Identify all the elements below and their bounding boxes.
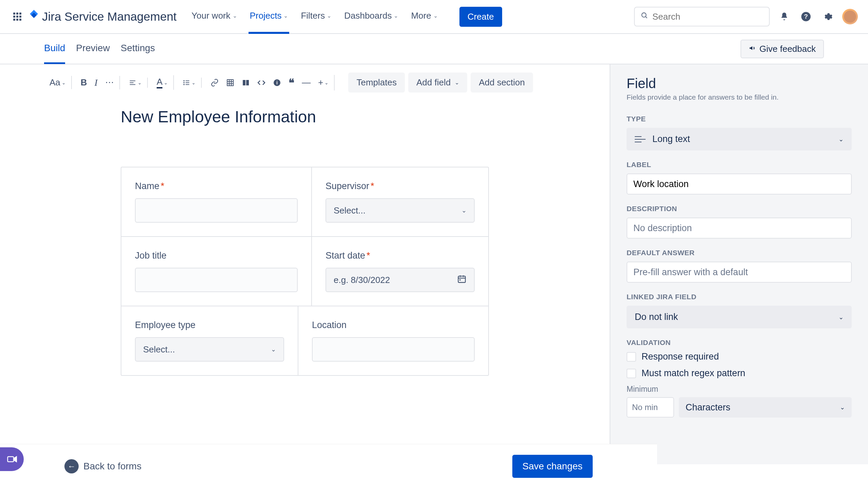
- svg-line-1: [646, 17, 647, 18]
- svg-point-8: [183, 82, 185, 83]
- form-cell[interactable]: Name*: [121, 167, 312, 236]
- minimum-label: Minimum: [627, 385, 852, 394]
- minimum-unit-select[interactable]: Characters ⌄: [679, 397, 852, 418]
- label-section-label: LABEL: [627, 161, 852, 169]
- nav-more[interactable]: More⌄: [410, 0, 439, 34]
- notifications-icon[interactable]: [777, 9, 791, 24]
- svg-rect-19: [246, 80, 249, 85]
- form-cell[interactable]: Employee type Select... ⌄: [121, 306, 298, 375]
- align-dropdown[interactable]: ⌄: [127, 78, 143, 88]
- text-color-dropdown[interactable]: A⌄: [155, 75, 169, 90]
- required-indicator: *: [367, 250, 370, 261]
- tab-preview[interactable]: Preview: [76, 34, 110, 64]
- editor-toolbar: Aa⌄ B I ⋯ ⌄ A⌄ ⌄: [0, 64, 610, 101]
- link-button[interactable]: [209, 77, 220, 88]
- builder-tabs: Build Preview Settings Give feedback: [0, 34, 868, 64]
- minimum-value-input[interactable]: [627, 397, 674, 418]
- layout-button[interactable]: [240, 77, 251, 88]
- validation-section-label: VALIDATION: [627, 339, 852, 347]
- svg-rect-26: [459, 279, 461, 281]
- chevron-down-icon: ⌄: [233, 13, 237, 19]
- linked-jira-field-select[interactable]: Do not link ⌄: [627, 306, 852, 328]
- location-input[interactable]: [312, 337, 475, 362]
- app-switcher-icon[interactable]: [10, 9, 24, 24]
- form-cell[interactable]: Location: [298, 306, 488, 375]
- form-row: Name* Supervisor* Select... ⌄: [121, 167, 488, 237]
- tab-build[interactable]: Build: [44, 34, 65, 64]
- type-section-label: TYPE: [627, 115, 852, 123]
- divider-button[interactable]: —: [300, 76, 312, 89]
- quote-button[interactable]: ❝: [287, 75, 296, 90]
- default-answer-input[interactable]: [627, 262, 852, 283]
- insert-dropdown[interactable]: +⌄: [317, 76, 330, 89]
- save-changes-button[interactable]: Save changes: [512, 455, 593, 465]
- field-description-input[interactable]: [627, 218, 852, 239]
- regex-label: Must match regex pattern: [642, 368, 745, 379]
- linked-section-label: LINKED JIRA FIELD: [627, 293, 852, 301]
- nav-filters[interactable]: Filters⌄: [299, 0, 333, 34]
- user-avatar[interactable]: [842, 9, 858, 24]
- field-label-start-date: Start date*: [326, 250, 475, 261]
- description-section-label: DESCRIPTION: [627, 205, 852, 213]
- nav-dashboards[interactable]: Dashboards⌄: [343, 0, 399, 34]
- field-properties-panel: Field Fields provide a place for answers…: [610, 64, 868, 464]
- field-label-input[interactable]: [627, 174, 852, 195]
- search-icon: [641, 12, 648, 21]
- form-layout-table: Name* Supervisor* Select... ⌄ Job title: [121, 167, 489, 376]
- form-cell[interactable]: Job title: [121, 237, 312, 306]
- table-button[interactable]: [225, 77, 236, 88]
- more-formatting-button[interactable]: ⋯: [104, 76, 115, 89]
- nav-your-work[interactable]: Your work⌄: [190, 0, 238, 34]
- field-label-job-title: Job title: [135, 250, 298, 261]
- name-input[interactable]: [135, 198, 298, 223]
- list-dropdown[interactable]: ⌄: [181, 78, 197, 88]
- give-feedback-button[interactable]: Give feedback: [741, 40, 824, 58]
- tab-settings[interactable]: Settings: [121, 34, 155, 64]
- job-title-input[interactable]: [135, 268, 298, 292]
- search-input[interactable]: [652, 12, 763, 22]
- text-style-dropdown[interactable]: Aa⌄: [48, 76, 67, 89]
- add-section-button[interactable]: Add section: [471, 73, 533, 93]
- calendar-icon: [457, 274, 467, 286]
- svg-rect-27: [8, 457, 14, 462]
- employee-type-select[interactable]: Select... ⌄: [135, 337, 284, 362]
- global-search[interactable]: [634, 7, 770, 26]
- chevron-down-icon: ⌄: [394, 13, 398, 19]
- megaphone-icon: [749, 44, 756, 54]
- svg-text:?: ?: [804, 13, 808, 20]
- chevron-down-icon: ⌄: [327, 13, 331, 19]
- templates-button[interactable]: Templates: [348, 73, 405, 93]
- field-label-employee-type: Employee type: [135, 320, 284, 330]
- italic-button[interactable]: I: [93, 76, 99, 89]
- form-cell[interactable]: Start date* e.g. 8/30/2022: [312, 237, 488, 306]
- nav-projects[interactable]: Projects⌄: [249, 0, 290, 34]
- code-button[interactable]: [256, 77, 267, 88]
- form-cell[interactable]: Supervisor* Select... ⌄: [312, 167, 488, 236]
- help-icon[interactable]: ?: [799, 9, 813, 24]
- required-indicator: *: [371, 181, 374, 191]
- required-indicator: *: [161, 181, 164, 191]
- field-label-location: Location: [312, 320, 475, 330]
- response-required-checkbox[interactable]: [627, 352, 636, 362]
- create-button[interactable]: Create: [459, 7, 502, 27]
- svg-text:i: i: [276, 80, 278, 85]
- start-date-input[interactable]: e.g. 8/30/2022: [326, 268, 475, 292]
- main-area: Aa⌄ B I ⋯ ⌄ A⌄ ⌄: [0, 64, 868, 464]
- bottom-bar: ← Back to forms Save changes: [0, 444, 657, 464]
- bold-button[interactable]: B: [79, 76, 88, 89]
- product-name: Jira Service Management: [42, 10, 177, 23]
- svg-marker-28: [15, 457, 17, 462]
- field-type-select[interactable]: Long text ⌄: [627, 128, 852, 150]
- settings-icon[interactable]: [821, 9, 835, 24]
- supervisor-select[interactable]: Select... ⌄: [326, 198, 475, 223]
- nav-right: ?: [634, 7, 858, 26]
- field-label-name: Name*: [135, 181, 298, 191]
- form-row: Job title Start date* e.g. 8/30/2022: [121, 237, 488, 306]
- add-field-dropdown[interactable]: Add field⌄: [408, 73, 467, 93]
- form-title[interactable]: New Employee Information: [0, 107, 610, 126]
- product-logo[interactable]: Jira Service Management: [28, 10, 177, 23]
- back-to-forms-link[interactable]: ← Back to forms: [64, 459, 141, 465]
- long-text-icon: [635, 139, 646, 140]
- info-button[interactable]: i: [272, 77, 282, 88]
- regex-checkbox[interactable]: [627, 369, 636, 378]
